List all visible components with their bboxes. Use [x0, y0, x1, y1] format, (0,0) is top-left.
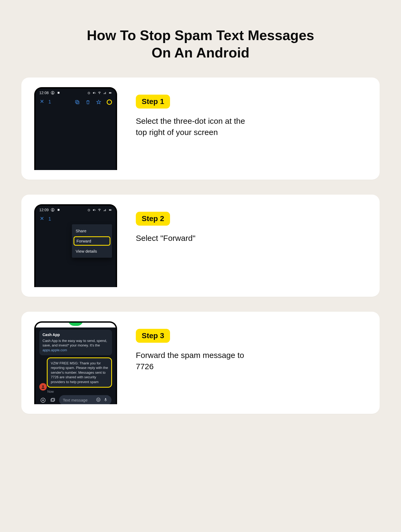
account-status-icon	[51, 91, 55, 95]
status-time: 12:09	[39, 208, 49, 212]
contact-avatar-icon	[68, 321, 83, 326]
star-icon[interactable]	[96, 99, 101, 105]
close-icon[interactable]	[39, 99, 45, 105]
preview-body: Cash App is the easy way to send, spend,…	[43, 338, 109, 348]
gallery-icon[interactable]	[49, 397, 56, 403]
status-bar: 12:08	[36, 88, 116, 96]
step-description: Forward the spam message to 7726	[136, 350, 248, 372]
svg-rect-30	[105, 398, 106, 400]
alarm-icon	[87, 91, 91, 95]
svg-rect-10	[75, 100, 78, 103]
close-icon[interactable]	[39, 216, 45, 222]
svg-rect-7	[109, 92, 110, 93]
svg-point-19	[99, 210, 100, 211]
svg-point-1	[52, 92, 53, 93]
notification-icon	[57, 91, 60, 95]
notification-icon	[57, 208, 60, 212]
step-tag: Step 3	[136, 329, 170, 343]
svg-line-18	[95, 209, 95, 210]
svg-rect-9	[76, 101, 79, 104]
status-bar: 12:09	[36, 206, 116, 213]
svg-rect-16	[58, 209, 60, 211]
mute-icon	[92, 91, 96, 95]
step-description: Select "Forward"	[136, 233, 248, 244]
step-card-1: 12:08	[21, 78, 380, 180]
step-tag: Step 2	[136, 212, 170, 226]
phone-mock-2: 12:09	[34, 204, 120, 287]
contact-header-strip	[36, 323, 116, 327]
page-title: How To Stop Spam Text Messages On An And…	[80, 27, 321, 61]
menu-item-details[interactable]: View details	[72, 246, 112, 256]
wifi-icon	[98, 91, 101, 95]
svg-rect-2	[58, 92, 60, 94]
svg-rect-21	[109, 210, 110, 210]
battery-icon	[108, 91, 112, 95]
message-timestamp: Now	[47, 390, 112, 394]
step-card-2: 12:09	[21, 195, 380, 297]
phone-mock-1: 12:08	[34, 87, 120, 170]
compose-bar: Text message	[39, 394, 112, 404]
svg-point-15	[52, 209, 53, 210]
svg-point-23	[42, 385, 44, 387]
svg-rect-22	[111, 210, 111, 210]
step-card-3: Cash App Cash App is the easy way to sen…	[21, 312, 380, 414]
svg-point-5	[99, 93, 100, 94]
message-placeholder: Text message	[63, 398, 88, 402]
step-description: Select the three-dot icon at the top rig…	[136, 115, 248, 138]
selection-toolbar: 1	[36, 96, 116, 107]
status-time: 12:08	[39, 91, 49, 95]
more-options-icon[interactable]	[107, 99, 112, 105]
svg-point-28	[98, 399, 98, 400]
trash-icon[interactable]	[85, 99, 91, 105]
mute-icon	[92, 208, 96, 212]
svg-rect-8	[111, 92, 111, 93]
account-status-icon	[51, 208, 55, 212]
svg-point-13	[109, 102, 110, 103]
preview-link[interactable]: apps.apple.com	[43, 348, 109, 353]
link-preview-card[interactable]: Cash App Cash App is the easy way to sen…	[39, 330, 112, 355]
svg-point-27	[97, 398, 100, 402]
svg-point-11	[109, 101, 110, 102]
options-dropdown: Share Forward View details	[72, 224, 112, 258]
selection-count: 1	[48, 99, 51, 105]
step-content-3: Step 3 Forward the spam message to 7726	[136, 321, 367, 372]
message-input[interactable]: Text message	[59, 395, 111, 404]
add-attachment-icon[interactable]	[40, 397, 46, 403]
signal-icon	[103, 91, 107, 95]
phone-mock-3: Cash App Cash App is the easy way to sen…	[34, 321, 120, 404]
preview-title: Cash App	[43, 332, 109, 337]
step-content-1: Step 1 Select the three-dot icon at the …	[136, 87, 367, 138]
selection-count: 1	[48, 216, 51, 222]
reply-message-bubble[interactable]: VZW FREE MSG: Thank you for reporting sp…	[47, 357, 112, 388]
sender-avatar-icon	[39, 383, 47, 391]
signal-icon	[103, 208, 107, 212]
svg-line-4	[95, 92, 95, 93]
wifi-icon	[98, 208, 101, 212]
step-content-2: Step 2 Select "Forward"	[136, 204, 367, 244]
selection-toolbar: 1	[36, 213, 116, 224]
emoji-icon[interactable]	[96, 397, 101, 403]
copy-icon[interactable]	[75, 99, 80, 105]
menu-item-share[interactable]: Share	[72, 226, 112, 236]
mic-icon[interactable]	[103, 397, 108, 403]
svg-point-12	[109, 102, 110, 102]
battery-icon	[108, 208, 112, 212]
alarm-icon	[87, 208, 91, 212]
step-tag: Step 1	[136, 95, 170, 109]
menu-item-forward[interactable]: Forward	[74, 236, 110, 246]
svg-point-29	[99, 399, 99, 400]
